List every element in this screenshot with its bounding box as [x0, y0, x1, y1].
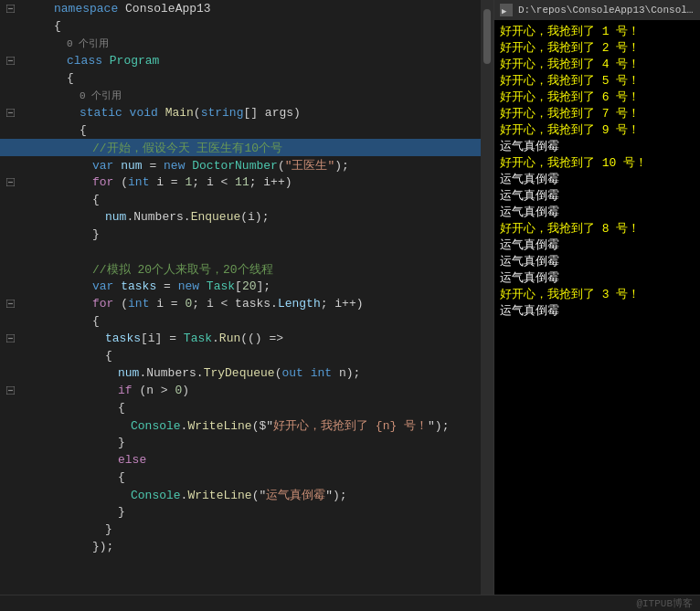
scrollbar-track[interactable] [481, 0, 493, 595]
code-line: { [0, 191, 481, 208]
code-text: } [50, 227, 100, 241]
line-gutter [0, 541, 50, 553]
code-line: }); [0, 538, 481, 555]
token: Console [131, 489, 181, 502]
collapse-btn[interactable] [4, 246, 16, 258]
code-editor: namespace ConsoleApp13{0 个引用class Progra… [0, 0, 481, 595]
token: ; i < [192, 175, 235, 189]
code-text: { [50, 314, 100, 328]
console-output[interactable]: 好开心，我抢到了 1 号！好开心，我抢到了 2 号！好开心，我抢到了 4 号！好… [494, 20, 700, 595]
scrollbar-thumb[interactable] [483, 9, 491, 64]
collapse-btn[interactable] [4, 367, 16, 380]
collapse-btn[interactable] [4, 454, 16, 467]
console-line: 运气真倒霉 [500, 270, 695, 287]
token: Task [207, 279, 235, 293]
token: . [212, 332, 219, 345]
line-gutter [0, 176, 50, 189]
token: int [128, 297, 156, 311]
code-line: for (int i = 1; i < 11; i++) [0, 174, 481, 191]
code-text: for (int i = 0; i < tasks.Length; i++) [50, 297, 364, 311]
collapse-btn[interactable] [4, 350, 16, 363]
collapse-btn[interactable] [4, 3, 16, 16]
collapse-btn[interactable] [4, 228, 16, 241]
console-line: 运气真倒霉 [500, 205, 695, 221]
code-line: { [0, 312, 481, 330]
collapse-btn[interactable] [4, 437, 16, 449]
token [118, 2, 125, 16]
token: int [311, 366, 339, 380]
line-gutter [0, 159, 50, 172]
token: } [118, 436, 125, 449]
collapse-btn[interactable] [4, 37, 16, 50]
code-line: Console.WriteLine("运气真倒霉"); [0, 486, 481, 503]
collapse-btn[interactable] [4, 506, 16, 519]
token: out [281, 366, 310, 380]
collapse-btn[interactable] [4, 471, 16, 484]
token: "); [428, 419, 449, 433]
token: i = [156, 297, 185, 311]
code-line: { [0, 399, 481, 416]
token: = [143, 159, 164, 173]
console-line: 好开心，我抢到了 4 号！ [500, 57, 695, 73]
line-gutter [0, 419, 50, 432]
collapse-btn[interactable] [4, 124, 16, 137]
code-line: { [0, 69, 481, 87]
code-line: } [0, 434, 481, 451]
collapse-btn[interactable] [4, 419, 16, 432]
collapse-btn[interactable] [4, 142, 16, 154]
token: { [67, 71, 74, 85]
token: num [118, 366, 139, 380]
collapse-btn[interactable] [4, 20, 16, 33]
code-line: { [0, 17, 481, 35]
code-line: tasks[i] = Task.Run(() => [0, 330, 481, 347]
console-line: 运气真倒霉 [500, 172, 695, 188]
token: { [92, 193, 100, 206]
collapse-btn[interactable] [4, 402, 16, 415]
collapse-btn[interactable] [4, 315, 16, 328]
collapse-btn[interactable] [4, 541, 16, 553]
console-icon: ▶ [500, 4, 513, 16]
main-container: namespace ConsoleApp13{0 个引用class Progra… [0, 0, 700, 595]
collapse-btn[interactable] [4, 263, 16, 276]
line-gutter [0, 3, 50, 16]
collapse-btn[interactable] [4, 280, 16, 293]
collapse-btn[interactable] [4, 332, 16, 345]
token: string [201, 106, 244, 120]
collapse-btn[interactable] [4, 298, 16, 311]
collapse-btn[interactable] [4, 55, 16, 68]
token: Console [131, 419, 181, 433]
code-text: namespace ConsoleApp13 [50, 2, 211, 16]
collapse-btn[interactable] [4, 194, 16, 206]
collapse-btn[interactable] [4, 523, 16, 536]
token: ; i++) [249, 175, 292, 189]
token: //模拟 20个人来取号，20个线程 [92, 263, 273, 277]
console-titlebar: ▶ D:\repos\ConsoleApp13\Console... [494, 0, 700, 20]
code-line: else [0, 451, 481, 469]
collapse-btn[interactable] [4, 385, 16, 397]
collapse-btn[interactable] [4, 489, 16, 501]
console-line: 好开心，我抢到了 7 号！ [500, 106, 695, 122]
console-line: 运气真倒霉 [500, 254, 695, 270]
token: ]; [257, 279, 271, 293]
code-text: num.Numbers.Enqueue(i); [50, 210, 269, 224]
token: [ [235, 279, 242, 293]
token: DoctorNumber [192, 159, 278, 173]
token: ConsoleApp13 [125, 2, 211, 16]
token: ( [278, 159, 285, 173]
code-line: num.Numbers.Enqueue(i); [0, 208, 481, 226]
token: .Numbers. [126, 210, 190, 224]
code-text: } [50, 522, 112, 536]
code-text: { [50, 470, 125, 484]
line-gutter [0, 350, 50, 363]
line-gutter [0, 280, 50, 293]
collapse-btn[interactable] [4, 176, 16, 189]
token: .Numbers. [139, 366, 203, 380]
code-text: num.Numbers.TryDequeue(out int n); [50, 366, 360, 380]
collapse-btn[interactable] [4, 159, 16, 172]
collapse-btn[interactable] [4, 211, 16, 224]
collapse-btn[interactable] [4, 90, 16, 102]
token: num [105, 210, 126, 224]
code-line: Console.WriteLine($"好开心，我抢到了 {n} 号！"); [0, 416, 481, 434]
collapse-btn[interactable] [4, 72, 16, 85]
collapse-btn[interactable] [4, 107, 16, 120]
